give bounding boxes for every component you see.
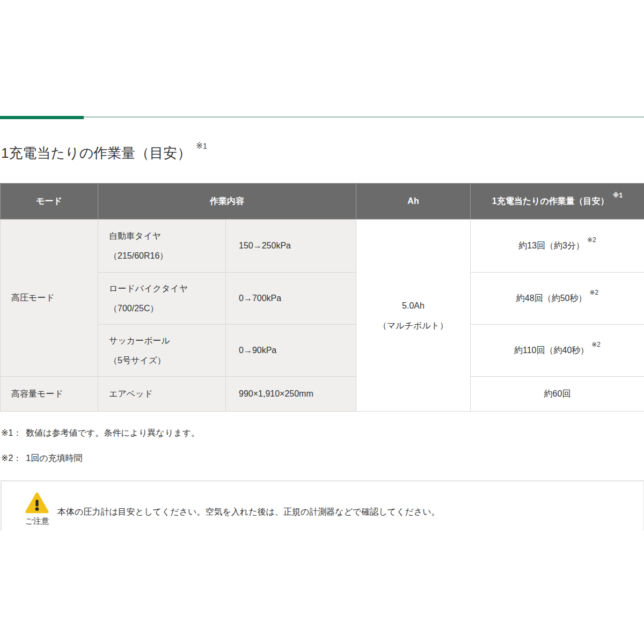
result-value: 約13回（約3分） xyxy=(518,241,584,251)
work-item-name: ロードバイクタイヤ xyxy=(109,279,225,298)
table-header-row: モード 作業内容 Ah 1充電当たりの作業量（目安）※1 xyxy=(1,184,644,219)
pressure-range-cell: 0→700kPa xyxy=(226,273,356,325)
result-cell: 約13回（約3分）※2 xyxy=(471,219,644,273)
result-cell: 約60回 xyxy=(471,377,644,412)
result-cell: 約110回（約40秒）※2 xyxy=(471,325,644,377)
footnote-2-marker: ※2： xyxy=(1,453,21,463)
result-value: 約48回（約50秒） xyxy=(516,294,587,303)
result-value: 約110回（約40秒） xyxy=(514,346,589,355)
mode-cell-high-capacity: 高容量モード xyxy=(1,377,98,412)
footnote-1: ※1：数値は参考値です。条件により異なります。 xyxy=(1,428,200,439)
work-item-name: サッカーボール xyxy=(109,331,225,350)
battery-cell: 5.0Ah （マルチボルト） xyxy=(356,219,471,412)
col-header-capacity-note: ※1 xyxy=(613,192,623,199)
warning-triangle-icon xyxy=(25,492,49,516)
page-title-text: 1充電当たりの作業量（目安） xyxy=(1,145,191,161)
footnote-2-text: 1回の充填時間 xyxy=(26,453,82,463)
mode-cell-high-pressure: 高圧モード xyxy=(1,219,98,377)
result-note-ref: ※2 xyxy=(591,341,601,348)
col-header-mode: モード xyxy=(1,184,98,219)
size-cell: 990×1,910×250mm xyxy=(226,377,356,412)
caution-label: ご注意 xyxy=(16,516,58,526)
divider-accent-bar xyxy=(0,116,84,119)
footnote-2: ※2：1回の充填時間 xyxy=(1,453,83,464)
divider-line xyxy=(0,116,644,118)
col-header-capacity-label: 1充電当たりの作業量（目安） xyxy=(492,197,609,206)
col-header-work: 作業内容 xyxy=(98,184,356,219)
pressure-range-cell: 150→250kPa xyxy=(226,219,356,273)
caution-icon-block: ご注意 xyxy=(16,492,58,526)
section-divider xyxy=(0,116,644,120)
result-note-ref: ※2 xyxy=(589,289,598,296)
battery-capacity: 5.0Ah xyxy=(357,296,470,316)
page-title: 1充電当たりの作業量（目安）※1 xyxy=(1,142,207,161)
page-title-note-ref: ※1 xyxy=(196,141,207,150)
footnote-1-marker: ※1： xyxy=(1,428,21,437)
battery-type: （マルチボルト） xyxy=(357,316,470,335)
pressure-range-cell: 0→90kPa xyxy=(226,325,356,377)
footnote-1-text: 数値は参考値です。条件により異なります。 xyxy=(26,428,200,437)
work-item-cell: 自動車タイヤ （215/60R16） xyxy=(98,219,226,273)
caution-box: ご注意 本体の圧力計は目安としてください。空気を入れた後は、正規の計測器などで確… xyxy=(1,480,644,531)
col-header-ah: Ah xyxy=(356,184,471,219)
result-cell: 約48回（約50秒）※2 xyxy=(471,273,644,325)
table-row: 高圧モード 自動車タイヤ （215/60R16） 150→250kPa 5.0A… xyxy=(1,219,644,273)
work-item-cell: エアベッド xyxy=(98,377,226,412)
table-row: 高容量モード エアベッド 990×1,910×250mm 約60回 xyxy=(1,377,644,412)
work-item-name: 自動車タイヤ xyxy=(109,226,225,246)
capacity-table: モード 作業内容 Ah 1充電当たりの作業量（目安）※1 高圧モード 自動車タイ… xyxy=(0,183,644,412)
work-item-cell: サッカーボール （5号サイズ） xyxy=(98,325,226,377)
col-header-capacity: 1充電当たりの作業量（目安）※1 xyxy=(471,184,644,219)
work-item-detail: （215/60R16） xyxy=(109,246,225,266)
work-item-detail: （5号サイズ） xyxy=(109,350,225,370)
result-note-ref: ※2 xyxy=(587,236,596,244)
work-item-detail: （700/25C） xyxy=(109,298,225,318)
work-item-cell: ロードバイクタイヤ （700/25C） xyxy=(98,273,226,325)
caution-message: 本体の圧力計は目安としてください。空気を入れた後は、正規の計測器などで確認してく… xyxy=(57,507,440,518)
